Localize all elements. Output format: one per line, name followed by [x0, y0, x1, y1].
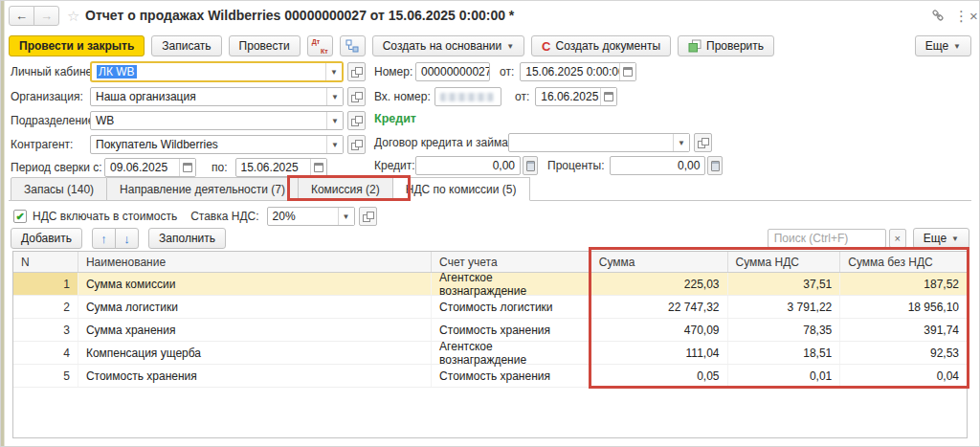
calculator-button[interactable] — [707, 156, 723, 175]
calendar-icon[interactable] — [179, 159, 195, 176]
cell-account[interactable]: Агентское вознаграждение — [432, 273, 591, 295]
move-down-button[interactable]: ↓ — [115, 228, 139, 249]
cell-sum-vat[interactable]: 3 791,22 — [728, 296, 841, 318]
vat-rate-field[interactable]: 20% ▼ — [267, 207, 355, 226]
cell-sum-no-vat[interactable]: 18 956,10 — [840, 296, 967, 318]
dropdown-caret-icon[interactable]: ▼ — [326, 88, 343, 105]
cell-account[interactable]: Агентское вознаграждение — [432, 342, 591, 364]
cell-name[interactable]: Сумма комиссии — [78, 273, 432, 295]
cell-account[interactable]: Стоимость хранения — [432, 365, 591, 387]
calendar-icon[interactable] — [310, 159, 326, 176]
more-button-top[interactable]: Еще▼ — [915, 35, 971, 56]
calendar-icon[interactable] — [600, 88, 616, 105]
forward-button[interactable]: → — [33, 6, 59, 26]
personal-account-chooser-button[interactable] — [347, 62, 366, 81]
percents-value[interactable]: 0,00 — [611, 159, 704, 172]
cell-sum-no-vat[interactable]: 187,52 — [840, 273, 967, 295]
personal-account-value[interactable]: ЛК WB — [97, 65, 137, 78]
cell-name[interactable]: Компенсация ущерба — [78, 342, 432, 364]
number-date-field[interactable]: 15.06.2025 0:00:00 — [520, 62, 636, 81]
credit-contract-field[interactable]: ▼ — [508, 133, 690, 152]
cell-name[interactable]: Стоимость хранения — [78, 365, 432, 387]
vat-include-checkbox[interactable]: ✔ — [13, 210, 27, 223]
search-input[interactable] — [768, 229, 886, 248]
column-header-sum[interactable]: Сумма — [591, 252, 728, 272]
credit-value[interactable]: 0,00 — [416, 159, 520, 172]
post-button[interactable]: Провести — [229, 35, 301, 56]
write-button[interactable]: Записать — [151, 35, 221, 56]
number-value[interactable]: 00000000027 — [416, 65, 489, 78]
period-from-value[interactable]: 09.06.2025 — [105, 161, 179, 174]
back-button[interactable]: ← — [9, 6, 34, 26]
related-documents-button[interactable] — [340, 35, 366, 56]
dropdown-caret-icon[interactable]: ▼ — [326, 136, 343, 153]
more-button-table[interactable]: Еще▼ — [913, 228, 969, 249]
number-field[interactable]: 00000000027 — [415, 62, 490, 81]
favorite-star-icon[interactable]: ☆ — [67, 8, 79, 25]
cell-n[interactable]: 5 — [13, 365, 78, 387]
table-row[interactable]: 3 Сумма хранения Стоимость хранения 470,… — [13, 319, 967, 342]
cell-account[interactable]: Стоимость хранения — [432, 319, 591, 341]
period-from-field[interactable]: 09.06.2025 — [104, 158, 196, 177]
incoming-date-field[interactable]: 16.06.2025 — [535, 87, 617, 106]
check-button[interactable]: Проверить — [678, 35, 774, 56]
credit-contract-chooser-button[interactable] — [694, 133, 712, 152]
close-icon[interactable]: × — [969, 8, 978, 24]
credit-field[interactable]: 0,00 — [415, 156, 521, 175]
cell-sum[interactable]: 22 747,32 — [591, 296, 728, 318]
cell-name[interactable]: Сумма логистики — [78, 296, 432, 318]
cell-account[interactable]: Стоимость логистики — [432, 296, 591, 318]
period-to-value[interactable]: 15.06.2025 — [236, 161, 310, 174]
create-documents-button[interactable]: C Создать документы — [531, 35, 671, 56]
tab-komissiya[interactable]: Комиссия (2) — [299, 177, 393, 201]
incoming-number-field[interactable] — [434, 87, 501, 106]
calculator-button[interactable] — [523, 156, 538, 175]
calendar-icon[interactable] — [619, 63, 635, 80]
organization-value[interactable]: Наша организация — [91, 90, 326, 103]
organization-chooser-button[interactable] — [347, 87, 366, 106]
cell-sum[interactable]: 111,04 — [591, 342, 728, 364]
dropdown-caret-icon[interactable]: ▼ — [673, 134, 689, 151]
cell-sum-vat[interactable]: 18,51 — [728, 342, 841, 364]
table-row[interactable]: 2 Сумма логистики Стоимость логистики 22… — [13, 296, 967, 319]
column-header-n[interactable]: N — [13, 252, 78, 272]
period-to-field[interactable]: 15.06.2025 — [235, 158, 327, 177]
cell-sum[interactable]: 0,05 — [591, 365, 728, 387]
column-header-sum-vat[interactable]: Сумма НДС — [728, 252, 841, 272]
cell-sum[interactable]: 470,09 — [591, 319, 728, 341]
department-field[interactable]: WB ▼ — [90, 111, 344, 130]
cell-sum-vat[interactable]: 78,35 — [728, 319, 841, 341]
debit-credit-button[interactable]: ДтКт — [307, 35, 333, 56]
create-based-on-button[interactable]: Создать на основании▼ — [372, 35, 524, 56]
dropdown-caret-icon[interactable]: ▼ — [326, 112, 343, 129]
cell-n[interactable]: 2 — [13, 296, 78, 318]
cell-sum-vat[interactable]: 0,01 — [728, 365, 841, 387]
cell-sum-no-vat[interactable]: 391,74 — [840, 319, 967, 341]
number-date-value[interactable]: 15.06.2025 0:00:00 — [521, 65, 619, 78]
cell-sum-vat[interactable]: 37,51 — [728, 273, 841, 295]
fill-button[interactable]: Заполнить — [148, 228, 226, 249]
counterparty-field[interactable]: Покупатель Wildberries ▼ — [90, 135, 344, 154]
column-header-name[interactable]: Наименование — [78, 252, 432, 272]
table-row[interactable]: 4 Компенсация ущерба Агентское вознаграж… — [13, 342, 967, 365]
counterparty-value[interactable]: Покупатель Wildberries — [91, 138, 326, 151]
department-value[interactable]: WB — [91, 114, 326, 127]
get-link-icon[interactable] — [931, 9, 945, 22]
column-header-account[interactable]: Счет учета — [432, 252, 591, 272]
post-and-close-button[interactable]: Провести и закрыть — [9, 35, 145, 56]
cell-n[interactable]: 4 — [13, 342, 78, 364]
dropdown-caret-icon[interactable]: ▼ — [325, 63, 342, 80]
table-row[interactable]: 5 Стоимость хранения Стоимость хранения … — [13, 365, 967, 388]
window-menu-icon[interactable]: ⋮ — [954, 8, 969, 25]
vat-rate-chooser-button[interactable] — [359, 207, 377, 226]
department-chooser-button[interactable] — [347, 111, 366, 130]
dropdown-caret-icon[interactable]: ▼ — [338, 208, 354, 225]
incoming-date-value[interactable]: 16.06.2025 — [536, 90, 600, 103]
cell-sum[interactable]: 225,03 — [591, 273, 728, 295]
cell-sum-no-vat[interactable]: 92,53 — [840, 342, 967, 364]
percents-field[interactable]: 0,00 — [610, 156, 705, 175]
column-header-sum-no-vat[interactable]: Сумма без НДС — [840, 252, 967, 272]
clear-search-icon[interactable]: × — [889, 229, 906, 248]
cell-n[interactable]: 3 — [13, 319, 78, 341]
cell-sum-no-vat[interactable]: 0,04 — [840, 365, 967, 387]
